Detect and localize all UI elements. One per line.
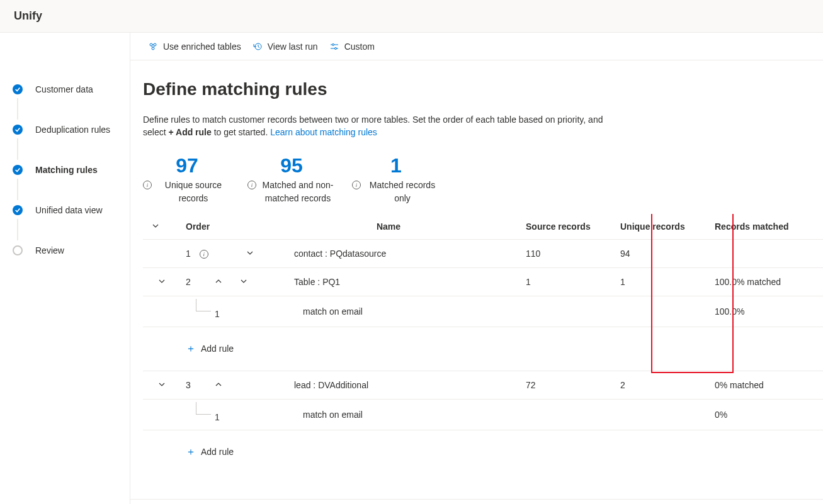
rules-table: Order Name Source records Unique records… bbox=[143, 214, 823, 474]
history-icon bbox=[253, 42, 263, 52]
toolbar: Use enriched tables View last run Custom bbox=[130, 33, 823, 60]
add-rule-row: ＋ Add rule bbox=[143, 430, 823, 474]
add-rule-label: Add rule bbox=[201, 344, 234, 354]
svg-point-1 bbox=[154, 43, 156, 46]
info-icon[interactable]: i bbox=[352, 181, 361, 189]
row-source-records: 1 bbox=[521, 267, 615, 296]
svg-point-0 bbox=[150, 43, 152, 46]
sidebar-step-customer-data[interactable]: Customer data bbox=[13, 69, 130, 109]
sidebar-step-label: Matching rules bbox=[35, 165, 98, 175]
main-layout: Customer data Deduplication rules Matchi… bbox=[0, 33, 823, 504]
check-icon bbox=[13, 125, 23, 135]
info-icon[interactable]: i bbox=[247, 181, 256, 189]
tree-connector-icon bbox=[196, 402, 211, 415]
sidebar-steps: Customer data Deduplication rules Matchi… bbox=[13, 69, 130, 271]
stat-value: 95 bbox=[247, 154, 336, 177]
svg-point-4 bbox=[332, 43, 334, 45]
move-up-icon[interactable] bbox=[211, 379, 226, 391]
page-title: Define matching rules bbox=[143, 79, 823, 99]
th-unique-records[interactable]: Unique records bbox=[615, 214, 710, 240]
stat-unique-source: 97 iUnique source records bbox=[143, 154, 231, 205]
row-unique-records: 2 bbox=[615, 371, 710, 399]
info-icon[interactable]: i bbox=[143, 181, 152, 189]
sub-rule-row[interactable]: 1 match on email 100.0% bbox=[143, 296, 823, 327]
tables-icon bbox=[148, 42, 158, 52]
sidebar-step-review[interactable]: Review bbox=[13, 230, 130, 271]
svg-point-5 bbox=[334, 47, 336, 49]
plus-icon: ＋ bbox=[186, 445, 196, 459]
table-wrapper[interactable]: Order Name Source records Unique records… bbox=[143, 214, 823, 480]
header-bar: Unify bbox=[0, 0, 823, 33]
order-number: 2 bbox=[186, 277, 191, 287]
move-down-icon[interactable] bbox=[236, 276, 251, 288]
row-name: contact : PQdatasource bbox=[256, 239, 521, 267]
stat-matched-only: 1 iMatched records only bbox=[352, 154, 440, 205]
sidebar-step-matching[interactable]: Matching rules bbox=[13, 150, 130, 190]
order-number: 1 bbox=[186, 249, 191, 259]
th-source-records[interactable]: Source records bbox=[521, 214, 615, 240]
expand-row-icon[interactable] bbox=[154, 379, 169, 391]
content-body: Define matching rules Define rules to ma… bbox=[130, 60, 823, 480]
sub-rule-match: 0% bbox=[710, 399, 823, 430]
header-title: Unify bbox=[14, 9, 42, 23]
stats-row: 97 iUnique source records 95 iMatched an… bbox=[143, 154, 823, 205]
table-row[interactable]: 1 i contact : PQdatasource 110 94 bbox=[143, 239, 823, 267]
sub-order: 1 bbox=[215, 304, 220, 319]
row-unique-records: 1 bbox=[615, 267, 710, 296]
info-icon[interactable]: i bbox=[200, 250, 208, 259]
check-icon bbox=[13, 205, 23, 215]
add-rule-button[interactable]: ＋ Add rule bbox=[186, 438, 818, 466]
row-source-records: 110 bbox=[521, 239, 615, 267]
move-down-icon[interactable] bbox=[242, 247, 258, 260]
th-order[interactable]: Order bbox=[181, 214, 256, 240]
stat-value: 1 bbox=[352, 154, 440, 177]
row-source-records: 72 bbox=[521, 371, 615, 399]
plus-icon: ＋ bbox=[186, 342, 196, 356]
toolbar-enriched-tables[interactable]: Use enriched tables bbox=[148, 42, 241, 52]
row-records-matched: 0% matched bbox=[710, 371, 823, 399]
check-icon bbox=[13, 165, 23, 175]
expand-row-icon[interactable] bbox=[154, 276, 169, 288]
toolbar-label: View last run bbox=[268, 42, 318, 52]
th-records-matched[interactable]: Records matched bbox=[710, 214, 823, 240]
toolbar-label: Custom bbox=[344, 42, 375, 52]
stat-label: Unique source records bbox=[156, 179, 231, 205]
move-up-icon[interactable] bbox=[211, 276, 226, 288]
sidebar: Customer data Deduplication rules Matchi… bbox=[0, 33, 130, 504]
add-rule-button[interactable]: ＋ Add rule bbox=[186, 335, 818, 363]
add-rule-label: Add rule bbox=[201, 447, 234, 457]
row-records-matched: 100.0% matched bbox=[710, 267, 823, 296]
stat-label: Matched and non-matched records bbox=[260, 179, 336, 205]
sliders-icon bbox=[329, 42, 339, 52]
sub-rule-match: 100.0% bbox=[710, 296, 823, 327]
sidebar-step-label: Deduplication rules bbox=[35, 125, 110, 135]
table-header-row: Order Name Source records Unique records… bbox=[143, 214, 823, 240]
collapse-all-icon[interactable] bbox=[148, 220, 163, 233]
sub-rule-row[interactable]: 1 match on email 0% bbox=[143, 399, 823, 430]
add-rule-row: ＋ Add rule bbox=[143, 327, 823, 371]
tree-connector-icon bbox=[196, 299, 211, 311]
stat-label: Matched records only bbox=[365, 179, 440, 205]
sidebar-step-deduplication[interactable]: Deduplication rules bbox=[13, 109, 130, 150]
row-unique-records: 94 bbox=[615, 239, 710, 267]
row-name: lead : DVAdditional bbox=[256, 371, 521, 399]
th-name[interactable]: Name bbox=[256, 214, 521, 240]
sub-rule-name: match on email bbox=[256, 296, 521, 327]
sub-order: 1 bbox=[215, 407, 220, 422]
sub-rule-name: match on email bbox=[256, 399, 521, 430]
sidebar-step-unified-view[interactable]: Unified data view bbox=[13, 190, 130, 230]
learn-link[interactable]: Learn about matching rules bbox=[270, 127, 377, 137]
table-row[interactable]: 2 Table : PQ1 1 1 100.0% matched bbox=[143, 267, 823, 296]
table-row[interactable]: 3 lead : DVAdditional 72 2 0% matched bbox=[143, 371, 823, 399]
toolbar-custom[interactable]: Custom bbox=[329, 42, 375, 52]
row-name: Table : PQ1 bbox=[256, 267, 521, 296]
toolbar-label: Use enriched tables bbox=[163, 42, 241, 52]
order-number: 3 bbox=[186, 380, 191, 390]
check-icon bbox=[13, 84, 23, 94]
page-description: Define rules to match customer records b… bbox=[143, 113, 609, 139]
toolbar-view-last-run[interactable]: View last run bbox=[253, 42, 318, 52]
sidebar-step-label: Unified data view bbox=[35, 205, 103, 215]
row-records-matched bbox=[710, 239, 823, 267]
sidebar-step-label: Customer data bbox=[35, 84, 93, 94]
circle-empty-icon bbox=[13, 245, 23, 255]
